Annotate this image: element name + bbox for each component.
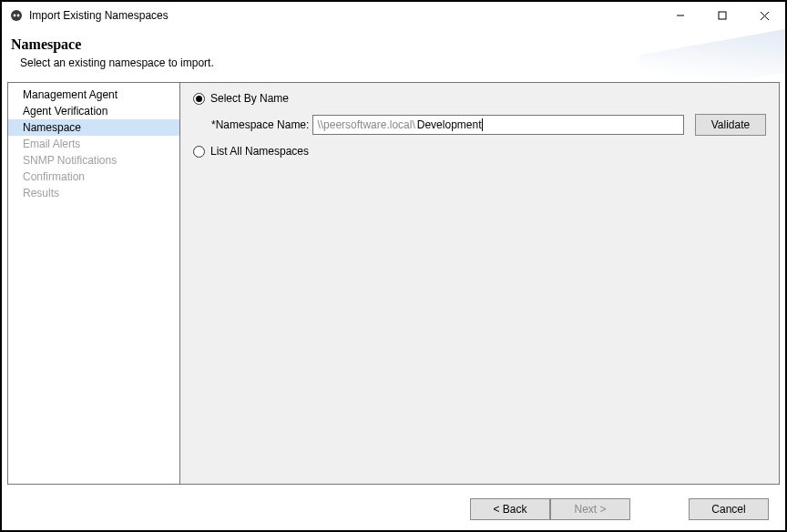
radio-icon [193,146,205,158]
namespace-name-row: *Namespace Name: \\peersoftware.local\ D… [193,114,766,136]
next-button: Next > [550,498,630,520]
app-icon [9,8,24,23]
close-button[interactable] [743,2,785,29]
minimize-button[interactable] [659,2,701,29]
maximize-button[interactable] [701,2,743,29]
namespace-name-label: *Namespace Name: [211,118,309,131]
svg-point-1 [14,15,16,17]
wizard-footer: < Back Next > Cancel [2,488,785,530]
step-email-alerts: Email Alerts [8,136,179,152]
window-title: Import Existing Namespaces [29,9,169,22]
svg-rect-4 [719,12,726,19]
page-subtitle: Select an existing namespace to import. [11,56,776,69]
window-controls [659,2,785,29]
wizard-header: Namespace Select an existing namespace t… [2,29,785,80]
page-title: Namespace [11,36,776,53]
list-all-namespaces-option[interactable]: List All Namespaces [193,145,766,158]
step-results: Results [8,185,179,201]
dialog-window: Import Existing Namespaces Namespace Sel… [0,0,787,532]
validate-button[interactable]: Validate [695,114,766,136]
titlebar: Import Existing Namespaces [2,2,785,29]
wizard-main-panel: Select By Name *Namespace Name: \\peerso… [180,82,780,485]
step-management-agent[interactable]: Management Agent [8,87,179,103]
back-button[interactable]: < Back [470,498,550,520]
step-snmp-notifications: SNMP Notifications [8,152,179,169]
svg-point-2 [17,15,20,17]
step-agent-verification[interactable]: Agent Verification [8,103,179,119]
select-by-name-option[interactable]: Select By Name [193,92,766,105]
namespace-prefix: \\peersoftware.local\ [313,118,416,131]
namespace-name-input[interactable]: \\peersoftware.local\ Development [312,115,684,135]
wizard-body: Management Agent Agent Verification Name… [2,80,785,488]
svg-point-0 [11,10,22,21]
namespace-value: Development [417,118,482,131]
radio-icon [193,93,205,105]
text-cursor-icon [482,118,483,131]
step-confirmation: Confirmation [8,169,179,185]
wizard-steps-sidebar: Management Agent Agent Verification Name… [7,82,180,485]
list-all-namespaces-label: List All Namespaces [210,145,309,158]
step-namespace[interactable]: Namespace [8,119,179,136]
cancel-button[interactable]: Cancel [689,498,769,520]
select-by-name-label: Select By Name [210,92,289,105]
